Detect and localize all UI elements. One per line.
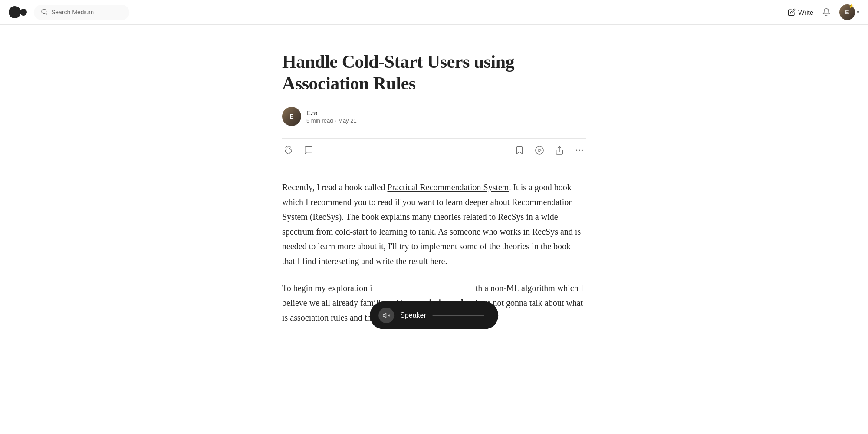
medium-logo[interactable] bbox=[9, 6, 27, 18]
author-details: 5 min read · May 21 bbox=[306, 117, 357, 124]
actions-left bbox=[282, 144, 315, 157]
svg-point-2 bbox=[536, 146, 543, 154]
notification-button[interactable] bbox=[822, 8, 831, 17]
speaker-pill[interactable]: Speaker bbox=[370, 301, 498, 329]
speaker-progress-bar[interactable] bbox=[432, 315, 484, 316]
clap-icon bbox=[284, 146, 293, 155]
bookmark-icon bbox=[515, 146, 524, 155]
clap-button[interactable] bbox=[282, 144, 295, 157]
author-avatar[interactable]: E bbox=[282, 107, 301, 126]
svg-marker-8 bbox=[383, 313, 386, 318]
book-link[interactable]: Practical Recommendation System bbox=[387, 182, 509, 192]
search-bar[interactable]: Search Medium bbox=[34, 5, 129, 20]
chevron-down-icon: ▾ bbox=[857, 9, 859, 15]
top-navigation: Search Medium Write E ★ ▾ bbox=[0, 0, 868, 25]
article-paragraph-1: Recently, I read a book called Practical… bbox=[282, 180, 586, 268]
article-body: Recently, I read a book called Practical… bbox=[282, 180, 586, 325]
write-button[interactable]: Write bbox=[788, 8, 813, 16]
speaker-label: Speaker bbox=[400, 309, 426, 321]
author-meta: Eza 5 min read · May 21 bbox=[306, 109, 357, 124]
svg-point-6 bbox=[579, 150, 580, 151]
author-row: E Eza 5 min read · May 21 bbox=[282, 107, 586, 126]
comment-button[interactable] bbox=[302, 144, 315, 157]
svg-marker-3 bbox=[539, 149, 541, 152]
bookmark-button[interactable] bbox=[513, 144, 526, 157]
play-icon bbox=[535, 146, 544, 155]
actions-right bbox=[513, 144, 586, 157]
listen-button[interactable] bbox=[533, 144, 546, 157]
speaker-pill-container: To begin my exploration into recommendat… bbox=[282, 281, 586, 325]
more-icon bbox=[575, 146, 584, 155]
svg-point-7 bbox=[582, 150, 583, 151]
author-name[interactable]: Eza bbox=[306, 109, 357, 116]
logo-circle-large bbox=[9, 6, 21, 18]
nav-left: Search Medium bbox=[9, 5, 129, 20]
bell-icon bbox=[822, 8, 831, 17]
article-title: Handle Cold-Start Users using Associatio… bbox=[282, 51, 586, 95]
nav-right: Write E ★ ▾ bbox=[788, 4, 859, 20]
publish-date: May 21 bbox=[338, 117, 357, 124]
separator: · bbox=[335, 117, 336, 124]
share-button[interactable] bbox=[553, 144, 566, 157]
logo-circle-small bbox=[20, 9, 27, 16]
svg-line-1 bbox=[46, 13, 47, 14]
more-button[interactable] bbox=[573, 144, 586, 157]
comment-icon bbox=[304, 146, 313, 155]
svg-point-5 bbox=[576, 150, 577, 151]
actions-bar bbox=[282, 138, 586, 162]
search-placeholder-text: Search Medium bbox=[51, 9, 94, 16]
membership-star-icon: ★ bbox=[848, 3, 854, 10]
write-label: Write bbox=[798, 9, 813, 16]
speaker-mute-icon bbox=[378, 308, 394, 323]
user-avatar-wrap[interactable]: E ★ ▾ bbox=[839, 4, 859, 20]
main-content: Handle Cold-Start Users using Associatio… bbox=[273, 25, 595, 372]
write-icon bbox=[788, 8, 796, 16]
share-icon bbox=[555, 146, 564, 155]
read-time: 5 min read bbox=[306, 117, 333, 124]
search-icon bbox=[41, 8, 48, 17]
